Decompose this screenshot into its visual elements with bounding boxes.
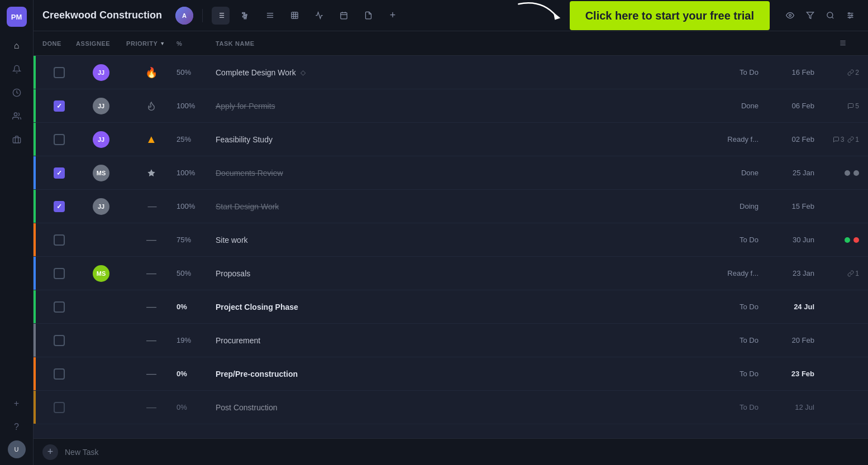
list-view-icon[interactable] — [212, 7, 230, 25]
row-accent — [34, 357, 36, 390]
sidebar-bottom: + ? U — [7, 394, 27, 458]
table-row[interactable]: — 19% Procurement To Do 20 Feb — [34, 324, 868, 357]
task-status: To Do — [697, 336, 759, 344]
assignee-avatar: MS — [76, 165, 126, 181]
sidebar-item-briefcase[interactable] — [7, 130, 27, 150]
assignee-avatar: MS — [76, 265, 126, 282]
sidebar-item-add[interactable]: + — [7, 394, 27, 414]
completion-pct: 25% — [177, 135, 216, 143]
table-row[interactable]: JJ 🔥 50% Complete Design Work ◇ To Do 16… — [34, 56, 868, 89]
assignee-avatar: JJ — [76, 198, 126, 215]
task-name-text: Complete Design Work — [216, 68, 296, 77]
sidebar-item-clock[interactable] — [7, 83, 27, 103]
table-view-icon[interactable] — [285, 7, 303, 25]
filter-icon[interactable] — [801, 7, 819, 25]
sidebar-item-notifications[interactable] — [7, 59, 27, 79]
checkbox-checked[interactable] — [54, 100, 65, 112]
project-avatar[interactable]: A — [175, 7, 193, 25]
sidebar-item-help[interactable]: ? — [7, 417, 27, 437]
task-name-text: Site work — [216, 236, 248, 245]
svg-marker-39 — [147, 169, 155, 176]
table-row[interactable]: JJ 100% Apply for Permits Done 06 Feb 5 — [34, 89, 868, 123]
task-date: 16 Feb — [759, 68, 814, 76]
priority-indicator: — — [126, 267, 177, 279]
completion-pct: 19% — [177, 336, 216, 344]
done-checkbox[interactable] — [42, 167, 76, 179]
checkbox-unchecked[interactable] — [54, 234, 65, 246]
new-task-label: New Task — [65, 448, 98, 457]
table-row[interactable]: — 0% Prep/Pre-construction To Do 23 Feb — [34, 357, 868, 391]
table-row[interactable]: MS — 50% Proposals Ready f... 23 Jan 1 — [34, 257, 868, 290]
add-task-button[interactable]: + — [42, 444, 58, 460]
table-row[interactable]: JJ — 100% Start Design Work Doing 15 Feb — [34, 190, 868, 223]
table-row[interactable]: MS 100% Documents Review Done 25 Jan — [34, 156, 868, 190]
add-view-icon[interactable]: + — [384, 7, 402, 25]
done-checkbox[interactable] — [42, 402, 76, 413]
project-title: Creekwood Construction — [42, 9, 162, 21]
gantt-view-icon[interactable] — [236, 7, 254, 25]
checkbox-unchecked[interactable] — [54, 67, 65, 78]
settings-icon[interactable] — [841, 7, 859, 25]
table-row[interactable]: — 75% Site work To Do 30 Jun — [34, 223, 868, 257]
header-settings[interactable] — [839, 39, 859, 48]
task-date: 23 Jan — [759, 269, 814, 277]
header-priority[interactable]: PRIORITY ▼ — [126, 40, 177, 47]
task-name: Complete Design Work ◇ — [216, 68, 697, 77]
done-checkbox[interactable] — [42, 368, 76, 380]
task-date: 25 Jan — [759, 169, 814, 177]
table-row[interactable]: — 0% Project Closing Phase To Do 24 Jul — [34, 290, 868, 324]
done-checkbox[interactable] — [42, 268, 76, 279]
task-name-text: Documents Review — [216, 169, 283, 178]
checkbox-unchecked[interactable] — [54, 368, 65, 380]
done-checkbox[interactable] — [42, 100, 76, 112]
sidebar-item-people[interactable] — [7, 106, 27, 126]
checkbox-unchecked[interactable] — [54, 134, 65, 145]
task-name: Apply for Permits — [216, 102, 697, 111]
completion-pct: 0% — [177, 370, 216, 378]
table-row[interactable]: — 0% Post Construction To Do 12 Jul — [34, 391, 868, 424]
checkbox-checked[interactable] — [54, 167, 65, 179]
checkbox-checked[interactable] — [54, 201, 65, 212]
new-task-bar: + New Task — [34, 438, 868, 465]
done-checkbox[interactable] — [42, 301, 76, 313]
user-avatar[interactable]: U — [8, 440, 26, 458]
sidebar-logo[interactable]: PM — [7, 7, 27, 27]
checkbox-unchecked[interactable] — [54, 268, 65, 279]
timeline-view-icon[interactable] — [261, 7, 279, 25]
done-checkbox[interactable] — [42, 134, 76, 145]
done-checkbox[interactable] — [42, 335, 76, 346]
row-accent — [34, 123, 36, 156]
table-row[interactable]: JJ ▲ 25% Feasibility Study Ready f... 02… — [34, 123, 868, 156]
priority-indicator: ▲ — [126, 133, 177, 146]
watch-icon[interactable] — [781, 7, 799, 25]
task-name: Documents Review — [216, 169, 697, 178]
checkbox-unchecked[interactable] — [54, 402, 65, 413]
svg-rect-2 — [13, 138, 20, 143]
avatar-jj: JJ — [93, 64, 109, 81]
done-checkbox[interactable] — [42, 234, 76, 246]
task-date: 23 Feb — [759, 370, 814, 378]
doc-view-icon[interactable] — [359, 7, 377, 25]
avatar-ms: MS — [93, 265, 109, 282]
checkbox-unchecked[interactable] — [54, 301, 65, 313]
row-accent — [34, 56, 36, 89]
header-taskname: TASK NAME — [216, 40, 677, 47]
completion-pct: 100% — [177, 202, 216, 210]
checkbox-unchecked[interactable] — [54, 335, 65, 346]
priority-indicator: — — [126, 334, 177, 346]
row-accent — [34, 290, 36, 323]
svg-marker-27 — [807, 12, 814, 18]
assignee-avatar: JJ — [76, 98, 126, 114]
search-icon[interactable] — [821, 7, 839, 25]
main-content: Creekwood Construction A + — [34, 0, 868, 465]
done-checkbox[interactable] — [42, 67, 76, 78]
sidebar-item-home[interactable]: ⌂ — [7, 36, 27, 56]
chart-view-icon[interactable] — [310, 7, 328, 25]
task-name: Post Construction — [216, 403, 697, 412]
done-checkbox[interactable] — [42, 201, 76, 212]
row-accent — [34, 324, 36, 357]
topbar-right-actions — [781, 7, 859, 25]
task-status: Doing — [697, 202, 759, 210]
free-trial-button[interactable]: Click here to start your free trial — [570, 1, 770, 30]
calendar-view-icon[interactable] — [335, 7, 352, 25]
